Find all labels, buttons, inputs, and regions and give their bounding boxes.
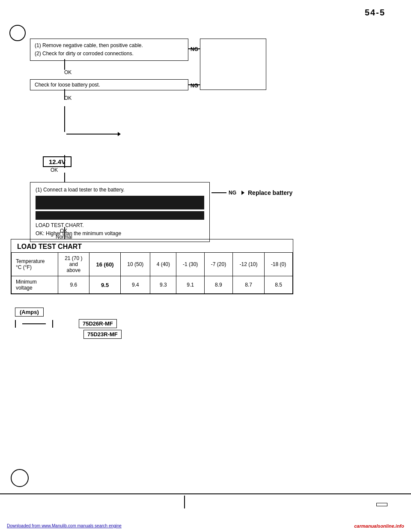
bottom-content-area bbox=[34, 496, 377, 508]
col-volt-2: 9.5 bbox=[89, 276, 121, 294]
col-label-temp: Temperature°C (°F) bbox=[12, 253, 58, 276]
load-chart-title: LOAD TEST CHART bbox=[11, 239, 293, 252]
box1-line2: (2) Check for dirty or corroded connecti… bbox=[35, 51, 134, 57]
col-volt-1: 9.6 bbox=[58, 276, 89, 294]
ok-label-1: OK bbox=[64, 69, 71, 75]
flowchart-box-1: (1) Remove negative cable, then positive… bbox=[30, 39, 188, 61]
col-temp-5: -1 (30) bbox=[176, 253, 205, 276]
ok-label-2: OK bbox=[64, 95, 71, 101]
vline-4 bbox=[64, 173, 65, 182]
amps-h-line-1 bbox=[22, 323, 46, 324]
amps-short-bar-1 bbox=[15, 320, 16, 328]
box2-text: Check for loose battery post. bbox=[35, 82, 100, 88]
col-volt-4: 9.3 bbox=[150, 276, 176, 294]
bottom-vline-1 bbox=[184, 496, 185, 508]
ng-right-connection-box bbox=[200, 39, 266, 90]
bottom-bar bbox=[0, 493, 411, 494]
col-volt-5: 9.1 bbox=[176, 276, 205, 294]
col-temp-4: 4 (40) bbox=[150, 253, 176, 276]
section-right-arrow bbox=[66, 132, 121, 136]
vline-3 bbox=[64, 155, 65, 168]
replace-battery-text: Replace battery bbox=[248, 189, 292, 196]
load-chart-table: Temperature°C (°F) 21 (70 )andabove 16 (… bbox=[11, 252, 293, 294]
col-volt-3: 9.4 bbox=[121, 276, 150, 294]
footer-right: carmanualsonline.info bbox=[354, 523, 404, 529]
corner-decoration-tl bbox=[9, 25, 26, 41]
amps-label: (Amps) bbox=[15, 308, 44, 317]
col-volt-8: 8.5 bbox=[265, 276, 293, 294]
flowchart-box-2: Check for loose battery post. bbox=[30, 79, 188, 90]
col-temp-2: 16 (60) bbox=[89, 253, 121, 276]
table-row-header: Temperature°C (°F) 21 (70 )andabove 16 (… bbox=[12, 253, 293, 276]
ng-label-2: NG bbox=[191, 83, 198, 89]
col-temp-6: -7 (20) bbox=[205, 253, 233, 276]
ng-label-load: NG bbox=[229, 190, 236, 196]
page-footer: Downloaded from www.Manulib.com manuals … bbox=[0, 523, 411, 529]
footer-left: Downloaded from www.Manulib.com manuals … bbox=[7, 523, 122, 529]
vline-load-to-chart bbox=[64, 227, 65, 239]
table-row-voltage: Minimumvoltage 9.6 9.5 9.4 9.3 9.1 8.9 8… bbox=[12, 276, 293, 294]
vline-1 bbox=[64, 59, 65, 70]
col-temp-7: -12 (10) bbox=[232, 253, 264, 276]
col-volt-7: 8.7 bbox=[232, 276, 264, 294]
amps-short-bar-2 bbox=[52, 320, 53, 328]
amps-content: 75D26R-MF bbox=[15, 319, 117, 328]
load-test-box: (1) Connect a load tester to the battery… bbox=[30, 182, 210, 242]
box1-line1: (1) Remove negative cable, then positive… bbox=[35, 42, 143, 48]
model-box-1: 75D26R-MF bbox=[79, 319, 117, 328]
col-temp-8: -18 (0) bbox=[265, 253, 293, 276]
bottom-left-circle bbox=[11, 469, 29, 487]
continue-vline bbox=[64, 106, 65, 132]
ng-hline-1 bbox=[188, 48, 200, 49]
dark-block-2 bbox=[36, 211, 204, 220]
connect-text: (1) Connect a load tester to the battery… bbox=[36, 186, 204, 194]
page-number: 54-5 bbox=[365, 8, 385, 18]
dark-block-1 bbox=[36, 196, 204, 209]
ok-below-load: OK bbox=[60, 228, 67, 234]
col-temp-3: 10 (50) bbox=[121, 253, 150, 276]
ng-hline-2 bbox=[188, 84, 200, 85]
load-chart-container: LOAD TEST CHART Temperature°C (°F) 21 (7… bbox=[11, 239, 293, 294]
col-temp-1: 21 (70 )andabove bbox=[58, 253, 89, 276]
ok-below-voltage: OK bbox=[51, 167, 58, 173]
voltage-box: 12.4V bbox=[43, 156, 71, 167]
bottom-right-box bbox=[376, 503, 387, 506]
col-volt-6: 8.9 bbox=[205, 276, 233, 294]
ng-label-1: NG bbox=[191, 46, 198, 52]
row-label-voltage: Minimumvoltage bbox=[12, 276, 58, 294]
model-box-2: 75D23R-MF bbox=[83, 330, 122, 339]
ng-replace-section: NG Replace battery bbox=[211, 189, 292, 196]
